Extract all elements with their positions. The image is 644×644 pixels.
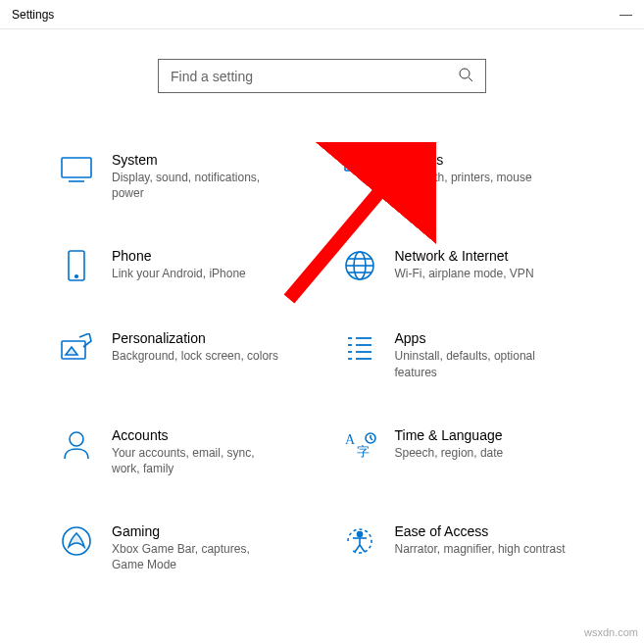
- search-input[interactable]: [171, 69, 445, 84]
- tile-text: Time & Language Speech, region, date: [395, 427, 504, 461]
- tile-desc: Link your Android, iPhone: [112, 266, 246, 281]
- tile-title: Devices: [395, 152, 532, 168]
- tile-personalization[interactable]: Personalization Background, lock screen,…: [59, 330, 303, 379]
- window-controls: —: [619, 7, 632, 22]
- svg-rect-2: [62, 158, 91, 177]
- svg-text:字: 字: [357, 444, 370, 459]
- tile-time-language[interactable]: A 字 Time & Language Speech, region, date: [342, 427, 586, 476]
- tile-title: Apps: [395, 330, 567, 346]
- tile-network[interactable]: Network & Internet Wi-Fi, airplane mode,…: [342, 248, 586, 283]
- tile-desc: Xbox Game Bar, captures, Game Mode: [112, 541, 283, 572]
- minimize-icon[interactable]: —: [619, 7, 632, 22]
- svg-line-31: [371, 438, 372, 440]
- tile-title: Ease of Access: [395, 523, 566, 539]
- svg-line-37: [360, 545, 365, 552]
- tile-text: Ease of Access Narrator, magnifier, high…: [395, 523, 566, 557]
- svg-point-11: [75, 275, 78, 278]
- search-box[interactable]: [158, 59, 486, 93]
- tile-title: Gaming: [112, 523, 283, 539]
- tile-text: Network & Internet Wi-Fi, airplane mode,…: [395, 248, 534, 281]
- tile-devices[interactable]: Devices Bluetooth, printers, mouse: [342, 152, 586, 201]
- watermark: wsxdn.com: [584, 626, 638, 638]
- accounts-icon: [59, 427, 94, 463]
- svg-line-1: [469, 77, 472, 81]
- svg-point-0: [460, 69, 470, 78]
- tile-text: Devices Bluetooth, printers, mouse: [395, 152, 532, 185]
- ease-of-access-icon: [342, 523, 377, 559]
- network-icon: [342, 248, 377, 283]
- time-language-icon: A 字: [342, 427, 377, 463]
- search-icon[interactable]: [458, 67, 473, 86]
- tile-desc: Display, sound, notifications, power: [112, 170, 283, 201]
- svg-point-33: [357, 532, 362, 537]
- tile-desc: Speech, region, date: [395, 445, 504, 461]
- apps-icon: [342, 330, 377, 366]
- tile-text: Apps Uninstall, defaults, optional featu…: [395, 330, 567, 379]
- tile-gaming[interactable]: Gaming Xbox Game Bar, captures, Game Mod…: [59, 523, 303, 572]
- tile-text: Gaming Xbox Game Bar, captures, Game Mod…: [112, 523, 283, 572]
- phone-icon: [59, 248, 94, 283]
- tile-text: System Display, sound, notifications, po…: [112, 152, 283, 201]
- svg-point-9: [367, 177, 369, 179]
- tile-title: Time & Language: [395, 427, 504, 443]
- svg-line-36: [355, 545, 360, 552]
- tile-apps[interactable]: Apps Uninstall, defaults, optional featu…: [342, 330, 586, 379]
- tile-desc: Your accounts, email, sync, work, family: [112, 445, 283, 476]
- tile-desc: Wi-Fi, airplane mode, VPN: [395, 266, 534, 281]
- tile-desc: Background, lock screen, colors: [112, 348, 278, 364]
- search-container: [0, 59, 644, 93]
- titlebar: Settings —: [0, 0, 644, 29]
- tile-ease-of-access[interactable]: Ease of Access Narrator, magnifier, high…: [342, 523, 586, 572]
- tile-title: System: [112, 152, 283, 168]
- gaming-icon: [59, 523, 94, 559]
- svg-text:A: A: [345, 432, 356, 447]
- devices-icon: [342, 152, 377, 187]
- tile-desc: Bluetooth, printers, mouse: [395, 170, 532, 185]
- tile-accounts[interactable]: Accounts Your accounts, email, sync, wor…: [59, 427, 303, 476]
- tile-text: Phone Link your Android, iPhone: [112, 248, 246, 281]
- tile-title: Accounts: [112, 427, 283, 443]
- tile-system[interactable]: System Display, sound, notifications, po…: [59, 152, 303, 201]
- system-icon: [59, 152, 94, 187]
- svg-point-26: [70, 432, 83, 446]
- tile-desc: Uninstall, defaults, optional features: [395, 348, 567, 379]
- window-title: Settings: [12, 8, 54, 22]
- settings-grid: System Display, sound, notifications, po…: [0, 93, 644, 573]
- personalization-icon: [59, 330, 94, 366]
- tile-title: Network & Internet: [395, 248, 534, 264]
- tile-title: Personalization: [112, 330, 278, 346]
- tile-text: Accounts Your accounts, email, sync, wor…: [112, 427, 283, 476]
- tile-phone[interactable]: Phone Link your Android, iPhone: [59, 248, 303, 283]
- tile-title: Phone: [112, 248, 246, 264]
- tile-desc: Narrator, magnifier, high contrast: [395, 541, 566, 557]
- tile-text: Personalization Background, lock screen,…: [112, 330, 278, 364]
